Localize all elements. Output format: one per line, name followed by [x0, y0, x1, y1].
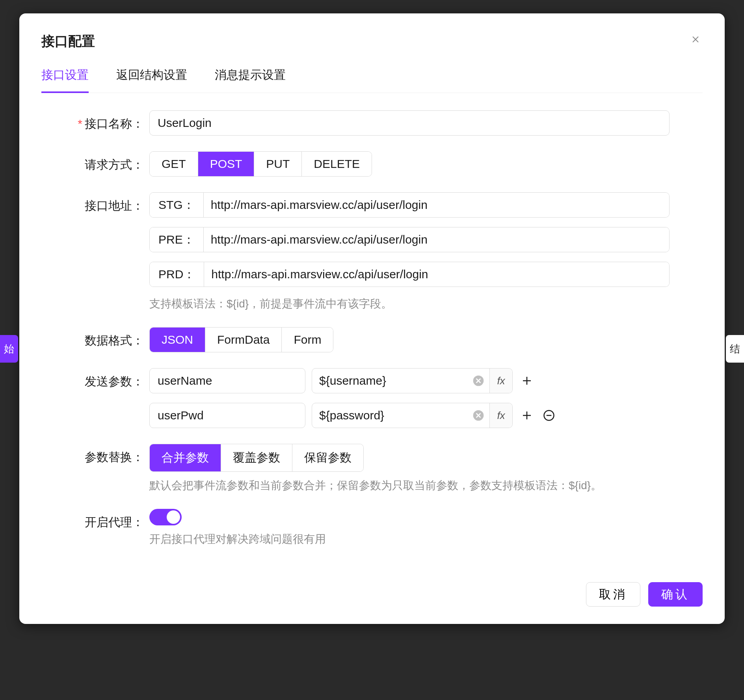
tab-message-settings[interactable]: 消息提示设置	[215, 61, 286, 93]
address-stg-input[interactable]	[204, 193, 669, 217]
method-get[interactable]: GET	[150, 152, 198, 176]
address-prd-input[interactable]	[204, 262, 669, 287]
address-pre-prefix: PRE：	[150, 227, 204, 252]
label-proxy: 开启代理：	[77, 509, 149, 531]
address-pre: PRE：	[149, 227, 670, 252]
label-format: 数据格式：	[77, 327, 149, 349]
add-param-icon[interactable]	[519, 373, 535, 389]
proxy-hint: 开启接口代理对解决跨域问题很有用	[149, 532, 703, 547]
close-icon[interactable]	[688, 32, 703, 47]
bg-left-badge: 始	[0, 335, 18, 363]
label-replace: 参数替换：	[77, 444, 149, 465]
address-hint: 支持模板语法：${id}，前提是事件流中有该字段。	[149, 296, 670, 311]
label-params: 发送参数：	[77, 368, 149, 390]
param-row-0: fx	[149, 368, 703, 393]
address-pre-input[interactable]	[204, 227, 669, 252]
replace-keep[interactable]: 保留参数	[292, 444, 363, 471]
api-name-input[interactable]	[149, 110, 670, 136]
label-api-name: 接口名称：	[77, 110, 149, 132]
cancel-button[interactable]: 取消	[586, 582, 640, 607]
fx-button[interactable]: fx	[489, 369, 512, 393]
method-radio-group: GET POST PUT DELETE	[149, 151, 372, 177]
address-prd-prefix: PRD：	[150, 262, 204, 287]
api-config-modal: 接口配置 接口设置 返回结构设置 消息提示设置 接口名称： 请求方式：	[19, 13, 725, 624]
tabs: 接口设置 返回结构设置 消息提示设置	[41, 61, 703, 93]
address-stg: STG：	[149, 192, 670, 218]
format-json[interactable]: JSON	[150, 328, 205, 352]
remove-param-icon[interactable]	[541, 408, 557, 423]
tab-response-structure[interactable]: 返回结构设置	[116, 61, 187, 93]
replace-override[interactable]: 覆盖参数	[221, 444, 292, 471]
label-address: 接口地址：	[77, 192, 149, 214]
address-prd: PRD：	[149, 262, 670, 287]
add-param-icon[interactable]	[519, 408, 535, 423]
clear-icon[interactable]	[472, 374, 485, 387]
method-post[interactable]: POST	[198, 152, 255, 176]
label-method: 请求方式：	[77, 151, 149, 173]
param-value-0[interactable]	[312, 374, 472, 387]
replace-radio-group: 合并参数 覆盖参数 保留参数	[149, 444, 364, 472]
ok-button[interactable]: 确认	[648, 582, 703, 607]
clear-icon[interactable]	[472, 409, 485, 422]
param-key-1[interactable]	[149, 403, 305, 428]
param-value-1[interactable]	[312, 409, 472, 422]
bg-right-badge: 结	[726, 335, 744, 363]
fx-button[interactable]: fx	[489, 403, 512, 428]
format-form[interactable]: Form	[282, 328, 333, 352]
method-put[interactable]: PUT	[254, 152, 302, 176]
proxy-switch[interactable]	[149, 509, 182, 525]
param-key-0[interactable]	[149, 368, 305, 393]
modal-title: 接口配置	[41, 32, 95, 50]
format-formdata[interactable]: FormData	[205, 328, 282, 352]
replace-merge[interactable]: 合并参数	[150, 444, 221, 471]
format-radio-group: JSON FormData Form	[149, 327, 333, 352]
method-delete[interactable]: DELETE	[302, 152, 372, 176]
param-row-1: fx	[149, 403, 703, 428]
address-stg-prefix: STG：	[150, 193, 204, 217]
replace-hint: 默认会把事件流参数和当前参数合并；保留参数为只取当前参数，参数支持模板语法：${…	[149, 478, 703, 493]
tab-api-settings[interactable]: 接口设置	[41, 61, 89, 93]
